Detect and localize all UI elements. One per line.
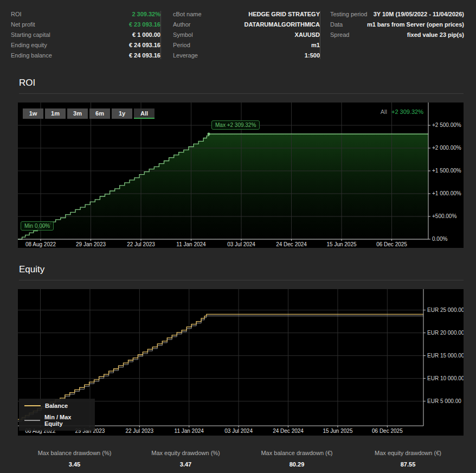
- x-axis-tick-label: 03 Jul 2024: [217, 241, 266, 247]
- stat-row: ROI2 309.32%: [11, 11, 160, 18]
- x-axis-tick-label: 15 Jun 2025: [317, 241, 366, 247]
- x-axis-tick-label: 06 Dec 2025: [363, 428, 411, 434]
- range-button-6m[interactable]: 6m: [89, 108, 110, 119]
- y-axis-tick-label: +2 500.00%: [432, 122, 461, 128]
- max-point-marker: [208, 133, 210, 136]
- y-axis-tick-label: EUR 25 000.00: [427, 307, 464, 313]
- stat-max-equity-drawdown-pct: Max equity drawdown (%) 3.47: [130, 450, 241, 468]
- y-axis-tick-label: +1 500.00%: [432, 168, 461, 174]
- stat-value: 2 309.32%: [132, 11, 160, 18]
- stat-label: Symbol: [173, 31, 193, 39]
- y-axis-tick-label: EUR 5 000.00: [427, 398, 461, 404]
- stat-label: Net profit: [11, 21, 35, 28]
- stat-value: m1: [311, 42, 320, 49]
- stat-value: € 24 093.16: [129, 42, 160, 49]
- stat-row: Datam1 bars from Server (open prices): [330, 21, 464, 28]
- roi-summary-range: All: [381, 108, 387, 115]
- stat-row: AuthorDATARUMALGORITHMICA: [173, 21, 320, 28]
- stat-label: Spread: [330, 31, 349, 39]
- equity-divider: [19, 280, 464, 280]
- stat-value: € 23 093.16: [129, 21, 160, 28]
- legend-minmax-label: Min / Max Equity: [44, 414, 89, 427]
- stat-label: Ending equity: [11, 42, 47, 49]
- x-axis-tick-label: 15 Jun 2025: [313, 428, 362, 434]
- legend-item-minmax-equity: Min / Max Equity: [24, 414, 89, 427]
- equity-section-title: Equity: [19, 264, 476, 275]
- stat-label: Period: [173, 42, 190, 49]
- x-axis-tick-label: 24 Dec 2024: [264, 428, 313, 434]
- test-info-column: Testing period3Y 10M (19/05/2022 - 11/04…: [320, 11, 464, 59]
- range-button-all[interactable]: All: [134, 108, 155, 119]
- stat-row: Leverage1:500: [173, 52, 320, 59]
- minmax-line-swatch: [24, 420, 40, 421]
- summary-header: ROI2 309.32%Net profit€ 23 093.16Startin…: [0, 0, 476, 66]
- stat-row: Ending balance€ 24 093.16: [11, 52, 160, 59]
- x-axis-tick-label: 11 Jan 2024: [167, 241, 216, 247]
- stat-value: 3Y 10M (19/05/2022 - 11/04/2026): [374, 11, 464, 18]
- stat-row: Spreadfixed value 23 pip(s): [330, 31, 464, 39]
- range-button-1y[interactable]: 1y: [112, 108, 132, 119]
- x-axis-tick-label: 24 Dec 2024: [267, 241, 316, 247]
- stat-label: Testing period: [330, 11, 368, 18]
- y-axis-tick-label: EUR 20 000.00: [427, 330, 464, 336]
- equity-chart[interactable]: Balance Min / Max Equity EUR 5 000.00EUR…: [18, 289, 464, 436]
- stat-max-equity-drawdown-eur: Max equity drawdown (€) 87.55: [352, 450, 464, 468]
- stat-value: 1:500: [305, 52, 320, 59]
- balance-line-swatch: [24, 405, 41, 406]
- bot-info-column: cBot nameHEDGE GRID STRATEGYAuthorDATARU…: [160, 11, 320, 59]
- stat-value: DATARUMALGORITHMICA: [244, 21, 320, 28]
- roi-summary: All+2 309.32%: [381, 108, 423, 115]
- stat-value: € 24 093.16: [129, 52, 160, 59]
- x-axis-tick-label: 22 Jul 2023: [117, 241, 165, 247]
- x-axis-tick-label: 06 Dec 2025: [368, 241, 416, 247]
- x-axis-tick-label: 22 Jul 2023: [115, 428, 164, 434]
- stat-label: Starting capital: [11, 31, 50, 39]
- stat-value: HEDGE GRID STRATEGY: [248, 11, 320, 18]
- stat-label: Leverage: [173, 52, 198, 59]
- stat-row: Net profit€ 23 093.16: [11, 21, 160, 28]
- stat-value: m1 bars from Server (open prices): [367, 21, 464, 28]
- range-button-1m[interactable]: 1m: [45, 108, 66, 119]
- stat-row: cBot nameHEDGE GRID STRATEGY: [173, 11, 320, 18]
- roi-max-annotation: Max +2 309.32%: [211, 120, 260, 130]
- stat-max-balance-drawdown-pct: Max balance drawdown (%) 3.45: [19, 450, 130, 468]
- equity-legend: Balance Min / Max Equity: [19, 399, 95, 431]
- stat-value: € 1 000.00: [132, 31, 160, 39]
- stat-value: XAUUSD: [295, 31, 320, 39]
- stat-row: SymbolXAUUSD: [173, 31, 320, 39]
- stat-label: Data: [330, 21, 343, 28]
- x-axis-tick-label: 03 Jul 2024: [214, 428, 263, 434]
- range-button-3m[interactable]: 3m: [67, 108, 88, 119]
- drawdown-stats: Max balance drawdown (%) 3.45 Max equity…: [19, 450, 464, 468]
- roi-summary-value: +2 309.32%: [391, 108, 423, 115]
- roi-divider: [19, 93, 464, 94]
- stat-row: Starting capital€ 1 000.00: [11, 31, 160, 39]
- stat-label: ROI: [11, 11, 22, 18]
- y-axis-tick-label: EUR 10 000.00: [427, 375, 464, 381]
- y-axis-tick-label: EUR 15 000.00: [427, 353, 464, 359]
- y-axis-tick-label: +1 000.00%: [432, 190, 461, 196]
- legend-item-balance: Balance: [24, 402, 89, 409]
- x-axis-tick-label: 29 Jan 2023: [67, 241, 115, 247]
- roi-section-title: ROI: [19, 78, 476, 88]
- stat-value: fixed value 23 pip(s): [407, 31, 464, 39]
- performance-stats-column: ROI2 309.32%Net profit€ 23 093.16Startin…: [11, 11, 160, 59]
- stat-row: Ending equity€ 24 093.16: [11, 42, 160, 49]
- stat-row: Periodm1: [173, 42, 320, 49]
- stat-label: Ending balance: [11, 52, 52, 59]
- time-range-selector: 1w 1m 3m 6m 1y All: [23, 108, 155, 119]
- stat-label: cBot name: [173, 11, 202, 18]
- y-axis-tick-label: +500.00%: [432, 213, 456, 219]
- x-axis-tick-label: 11 Jan 2024: [165, 428, 214, 434]
- stat-row: Testing period3Y 10M (19/05/2022 - 11/04…: [330, 11, 464, 18]
- y-axis-tick-label: 0.00%: [432, 236, 447, 242]
- roi-chart[interactable]: 1w 1m 3m 6m 1y All All+2 309.32% Max +2 …: [18, 103, 464, 248]
- stat-max-balance-drawdown-eur: Max balance drawdown (€) 80.29: [241, 450, 352, 468]
- stat-label: Author: [173, 21, 190, 28]
- y-axis-tick-label: +2 000.00%: [432, 145, 461, 151]
- x-axis-tick-label: 08 Aug 2022: [18, 241, 65, 247]
- range-button-1w[interactable]: 1w: [23, 108, 43, 119]
- roi-min-annotation: Min 0.00%: [21, 221, 54, 231]
- legend-balance-label: Balance: [45, 402, 68, 409]
